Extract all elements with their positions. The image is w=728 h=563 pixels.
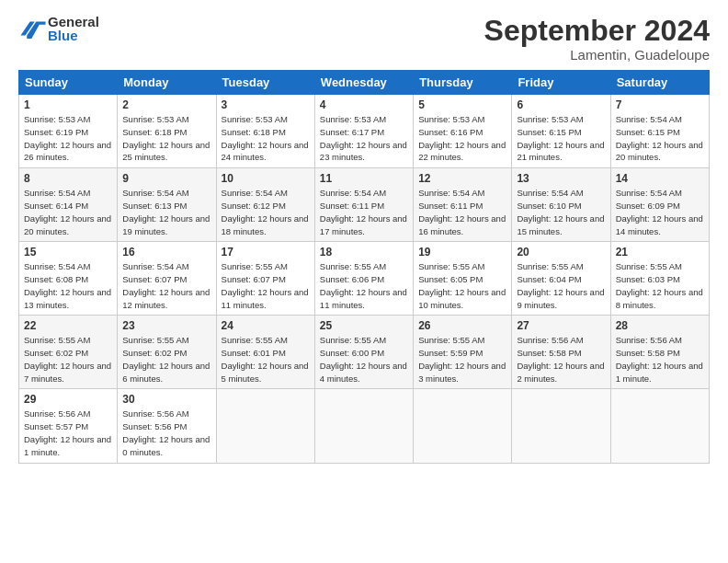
day-info: Sunrise: 5:54 AMSunset: 6:10 PMDaylight:…	[517, 187, 605, 237]
day-number: 13	[517, 172, 605, 185]
day-number: 24	[222, 319, 310, 332]
weekday-header-friday: Friday	[512, 71, 610, 95]
day-info: Sunrise: 5:55 AMSunset: 6:05 PMDaylight:…	[418, 260, 506, 311]
calendar-cell: 12Sunrise: 5:54 AMSunset: 6:11 PMDayligh…	[414, 168, 512, 242]
day-number: 27	[517, 319, 605, 332]
logo-icon	[20, 18, 46, 39]
title-block: September 2024 Lamentin, Guadeloupe	[484, 15, 710, 63]
day-number: 19	[418, 246, 506, 259]
day-number: 22	[24, 319, 112, 332]
calendar-cell: 20Sunrise: 5:55 AMSunset: 6:04 PMDayligh…	[512, 242, 610, 316]
calendar-cell	[610, 389, 709, 463]
day-info: Sunrise: 5:55 AMSunset: 6:06 PMDaylight:…	[320, 260, 408, 311]
day-number: 30	[122, 393, 210, 406]
page: General Blue September 2024 Lamentin, Gu…	[0, 0, 728, 473]
calendar-cell: 4Sunrise: 5:53 AMSunset: 6:17 PMDaylight…	[314, 95, 413, 168]
day-info: Sunrise: 5:55 AMSunset: 6:02 PMDaylight:…	[24, 334, 112, 385]
day-info: Sunrise: 5:54 AMSunset: 6:14 PMDaylight:…	[24, 187, 112, 237]
calendar-cell: 26Sunrise: 5:55 AMSunset: 5:59 PMDayligh…	[414, 316, 512, 389]
day-info: Sunrise: 5:53 AMSunset: 6:18 PMDaylight:…	[122, 113, 210, 164]
day-info: Sunrise: 5:53 AMSunset: 6:19 PMDaylight:…	[24, 113, 112, 164]
day-info: Sunrise: 5:55 AMSunset: 6:01 PMDaylight:…	[222, 334, 310, 385]
calendar-cell: 15Sunrise: 5:54 AMSunset: 6:08 PMDayligh…	[19, 242, 118, 316]
day-number: 20	[517, 246, 605, 259]
day-info: Sunrise: 5:54 AMSunset: 6:11 PMDaylight:…	[418, 187, 506, 237]
calendar-cell: 21Sunrise: 5:55 AMSunset: 6:03 PMDayligh…	[610, 242, 709, 316]
day-number: 28	[616, 319, 704, 332]
calendar-cell	[512, 389, 610, 463]
calendar-cell	[216, 389, 314, 463]
weekday-header-wednesday: Wednesday	[314, 71, 413, 95]
day-number: 17	[222, 246, 310, 259]
calendar-cell: 11Sunrise: 5:54 AMSunset: 6:11 PMDayligh…	[314, 168, 413, 242]
day-info: Sunrise: 5:55 AMSunset: 6:03 PMDaylight:…	[616, 260, 704, 311]
weekday-header-saturday: Saturday	[610, 71, 709, 95]
weekday-header-sunday: Sunday	[19, 71, 118, 95]
day-info: Sunrise: 5:53 AMSunset: 6:16 PMDaylight:…	[418, 113, 506, 164]
day-number: 9	[122, 172, 210, 185]
weekday-header-monday: Monday	[118, 71, 216, 95]
day-info: Sunrise: 5:56 AMSunset: 5:56 PMDaylight:…	[122, 408, 210, 458]
day-number: 4	[320, 98, 408, 111]
day-info: Sunrise: 5:54 AMSunset: 6:11 PMDaylight:…	[320, 187, 408, 237]
day-info: Sunrise: 5:56 AMSunset: 5:57 PMDaylight:…	[24, 408, 112, 458]
day-number: 7	[616, 98, 704, 111]
weekday-header-thursday: Thursday	[414, 71, 512, 95]
day-info: Sunrise: 5:55 AMSunset: 6:00 PMDaylight:…	[320, 334, 408, 385]
day-info: Sunrise: 5:55 AMSunset: 5:59 PMDaylight:…	[418, 334, 506, 385]
day-info: Sunrise: 5:53 AMSunset: 6:18 PMDaylight:…	[222, 113, 310, 164]
logo: General Blue	[18, 15, 99, 42]
day-number: 14	[616, 172, 704, 185]
day-number: 25	[320, 319, 408, 332]
calendar-cell: 22Sunrise: 5:55 AMSunset: 6:02 PMDayligh…	[19, 316, 118, 389]
calendar-cell: 3Sunrise: 5:53 AMSunset: 6:18 PMDaylight…	[216, 95, 314, 168]
day-info: Sunrise: 5:54 AMSunset: 6:07 PMDaylight:…	[122, 260, 210, 311]
day-number: 18	[320, 246, 408, 259]
day-info: Sunrise: 5:53 AMSunset: 6:17 PMDaylight:…	[320, 113, 408, 164]
day-info: Sunrise: 5:53 AMSunset: 6:15 PMDaylight:…	[517, 113, 605, 164]
calendar-cell: 23Sunrise: 5:55 AMSunset: 6:02 PMDayligh…	[118, 316, 216, 389]
day-info: Sunrise: 5:55 AMSunset: 6:02 PMDaylight:…	[122, 334, 210, 385]
calendar-cell: 24Sunrise: 5:55 AMSunset: 6:01 PMDayligh…	[216, 316, 314, 389]
logo-blue-text: Blue	[48, 29, 99, 42]
calendar-cell: 30Sunrise: 5:56 AMSunset: 5:56 PMDayligh…	[118, 389, 216, 463]
day-number: 1	[24, 98, 112, 111]
day-info: Sunrise: 5:56 AMSunset: 5:58 PMDaylight:…	[517, 334, 605, 385]
calendar-cell: 9Sunrise: 5:54 AMSunset: 6:13 PMDaylight…	[118, 168, 216, 242]
calendar-cell: 13Sunrise: 5:54 AMSunset: 6:10 PMDayligh…	[512, 168, 610, 242]
month-title: September 2024	[484, 15, 710, 47]
calendar-cell: 7Sunrise: 5:54 AMSunset: 6:15 PMDaylight…	[610, 95, 709, 168]
day-info: Sunrise: 5:55 AMSunset: 6:07 PMDaylight:…	[222, 260, 310, 311]
calendar-cell: 1Sunrise: 5:53 AMSunset: 6:19 PMDaylight…	[19, 95, 118, 168]
day-number: 15	[24, 246, 112, 259]
day-number: 29	[24, 393, 112, 406]
calendar-cell: 14Sunrise: 5:54 AMSunset: 6:09 PMDayligh…	[610, 168, 709, 242]
day-info: Sunrise: 5:55 AMSunset: 6:04 PMDaylight:…	[517, 260, 605, 311]
weekday-header-tuesday: Tuesday	[216, 71, 314, 95]
logo-general-text: General	[48, 15, 99, 29]
day-info: Sunrise: 5:54 AMSunset: 6:13 PMDaylight:…	[122, 187, 210, 237]
calendar-cell: 28Sunrise: 5:56 AMSunset: 5:58 PMDayligh…	[610, 316, 709, 389]
calendar-week-3: 15Sunrise: 5:54 AMSunset: 6:08 PMDayligh…	[19, 242, 710, 316]
calendar-cell: 25Sunrise: 5:55 AMSunset: 6:00 PMDayligh…	[314, 316, 413, 389]
day-info: Sunrise: 5:56 AMSunset: 5:58 PMDaylight:…	[616, 334, 704, 385]
day-number: 3	[222, 98, 310, 111]
calendar-cell: 6Sunrise: 5:53 AMSunset: 6:15 PMDaylight…	[512, 95, 610, 168]
day-number: 26	[418, 319, 506, 332]
day-info: Sunrise: 5:54 AMSunset: 6:08 PMDaylight:…	[24, 260, 112, 311]
day-number: 2	[122, 98, 210, 111]
day-info: Sunrise: 5:54 AMSunset: 6:12 PMDaylight:…	[222, 187, 310, 237]
header: General Blue September 2024 Lamentin, Gu…	[18, 15, 710, 63]
day-info: Sunrise: 5:54 AMSunset: 6:09 PMDaylight:…	[616, 187, 704, 237]
calendar-cell: 29Sunrise: 5:56 AMSunset: 5:57 PMDayligh…	[19, 389, 118, 463]
day-number: 21	[616, 246, 704, 259]
location: Lamentin, Guadeloupe	[484, 47, 710, 63]
calendar-week-1: 1Sunrise: 5:53 AMSunset: 6:19 PMDaylight…	[19, 95, 710, 168]
calendar-cell: 17Sunrise: 5:55 AMSunset: 6:07 PMDayligh…	[216, 242, 314, 316]
calendar-cell: 2Sunrise: 5:53 AMSunset: 6:18 PMDaylight…	[118, 95, 216, 168]
day-number: 23	[122, 319, 210, 332]
calendar-cell: 10Sunrise: 5:54 AMSunset: 6:12 PMDayligh…	[216, 168, 314, 242]
calendar-cell: 5Sunrise: 5:53 AMSunset: 6:16 PMDaylight…	[414, 95, 512, 168]
calendar-cell: 18Sunrise: 5:55 AMSunset: 6:06 PMDayligh…	[314, 242, 413, 316]
calendar-cell: 19Sunrise: 5:55 AMSunset: 6:05 PMDayligh…	[414, 242, 512, 316]
